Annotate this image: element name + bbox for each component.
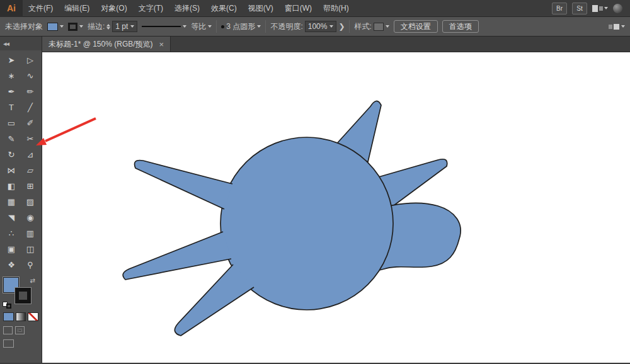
fill-color-dropdown[interactable] — [47, 23, 64, 31]
tool-slice[interactable]: ◫ — [21, 241, 40, 256]
stroke-color-swatch[interactable] — [68, 23, 77, 31]
draw-normal-mode-button[interactable] — [3, 326, 13, 334]
tool-eyedropper[interactable]: ◥ — [2, 210, 21, 225]
color-mode-button[interactable] — [3, 312, 14, 321]
lasso-icon: ∿ — [27, 71, 34, 81]
type-icon: T — [9, 103, 14, 112]
chevron-down-icon — [183, 25, 186, 28]
menu-edit[interactable]: 编辑(E) — [59, 0, 95, 17]
document-tab[interactable]: 未标题-1* @ 150% (RGB/预览) × — [42, 37, 171, 52]
brush-value: 3 点圆形 — [226, 21, 255, 32]
mesh-icon: ▦ — [8, 197, 15, 207]
gradient-icon: ▨ — [26, 197, 34, 207]
scissors-icon: ✂ — [27, 134, 34, 144]
tool-shape-builder[interactable]: ◧ — [2, 178, 21, 193]
artboard-icon: ▣ — [8, 244, 15, 254]
stroke-weight-value[interactable]: 1 pt — [112, 21, 137, 32]
tool-pen[interactable]: ✒ — [2, 84, 21, 99]
brush-dropdown[interactable]: 3 点圆形 — [221, 21, 261, 32]
workspace-layout-icon[interactable] — [592, 5, 608, 12]
gradient-mode-button[interactable] — [16, 312, 26, 321]
chevron-down-icon — [604, 7, 608, 9]
menu-type[interactable]: 文字(T) — [133, 0, 169, 17]
artwork-shape[interactable] — [42, 52, 629, 362]
style-swatch[interactable] — [374, 23, 384, 31]
tool-magic-wand[interactable]: ∗ — [2, 68, 21, 83]
tool-perspective-grid[interactable]: ⊞ — [21, 178, 40, 193]
document-area: 未标题-1* @ 150% (RGB/预览) × — [42, 37, 630, 363]
tool-selection[interactable]: ➤ — [2, 52, 21, 67]
swap-fill-stroke-icon[interactable]: ⇄ — [30, 277, 35, 284]
tool-column-graph[interactable]: ▥ — [21, 225, 40, 241]
control-panel-menu[interactable] — [609, 24, 625, 30]
tool-rectangle[interactable]: ▭ — [2, 115, 21, 130]
document-tab-bar: 未标题-1* @ 150% (RGB/预览) × — [42, 37, 630, 52]
tool-free-transform[interactable]: ▱ — [21, 162, 40, 178]
stroke-style-dropdown[interactable] — [142, 25, 186, 28]
fill-stroke-indicator: ⇄ — [3, 277, 39, 309]
none-mode-button[interactable] — [28, 312, 38, 321]
fill-color-swatch[interactable] — [47, 23, 58, 31]
opacity-label: 不透明度: — [270, 21, 302, 32]
zoom-icon: ⚲ — [27, 260, 33, 270]
width-profile-dropdown[interactable]: 等比 — [191, 21, 212, 32]
tool-line-segment[interactable]: ╱ — [21, 100, 40, 115]
tool-artboard[interactable]: ▣ — [2, 241, 21, 256]
tool-width[interactable]: ⋈ — [2, 162, 21, 178]
tool-zoom[interactable]: ⚲ — [21, 257, 40, 272]
opacity-value-dropdown[interactable]: 100% — [305, 21, 337, 32]
curvature-icon: ✏ — [27, 87, 34, 96]
chevron-down-icon — [329, 25, 333, 28]
tool-scissors[interactable]: ✂ — [21, 131, 40, 146]
draw-behind-mode-button[interactable] — [15, 326, 25, 334]
tools-grid: ➤ ▷ ∗ ∿ ✒ ✏ T ╱ ▭ ✐ ✎ ✂ ↻ ⊿ ⋈ ▱ ◧ ⊞ ▦ ▨ … — [0, 50, 42, 272]
more-options-chevron[interactable]: ❯ — [338, 22, 345, 31]
menu-effect[interactable]: 效果(C) — [205, 0, 243, 17]
tool-symbol-sprayer[interactable]: ∴ — [2, 225, 21, 241]
bridge-button[interactable]: Br — [552, 3, 567, 14]
separator — [265, 20, 266, 33]
slice-icon: ◫ — [26, 244, 34, 254]
selection-status-label: 未选择对象 — [5, 21, 43, 32]
menu-select[interactable]: 选择(S) — [169, 0, 205, 17]
width-profile-value: 等比 — [191, 21, 206, 32]
menu-file[interactable]: 文件(F) — [23, 0, 59, 17]
workspace-sphere-icon[interactable] — [613, 4, 622, 13]
style-label: 样式: — [354, 21, 371, 32]
screen-mode-button[interactable] — [3, 339, 14, 348]
panel-collapse-icon[interactable]: ◂◂ — [3, 40, 9, 48]
tool-type[interactable]: T — [2, 100, 21, 115]
tool-gradient[interactable]: ▨ — [21, 194, 40, 209]
spike-left-lower — [123, 232, 231, 280]
tool-rotate[interactable]: ↻ — [2, 147, 21, 162]
paintbrush-icon: ✐ — [27, 118, 34, 128]
spike-bottom — [175, 264, 254, 336]
tool-direct-selection[interactable]: ▷ — [21, 52, 40, 67]
menu-help[interactable]: 帮助(H) — [318, 0, 355, 17]
tool-lasso[interactable]: ∿ — [21, 68, 40, 83]
document-setup-button[interactable]: 文档设置 — [394, 20, 438, 33]
pencil-icon: ✎ — [8, 134, 15, 144]
artboard-canvas[interactable] — [42, 52, 630, 363]
stroke-color-dropdown[interactable] — [68, 23, 83, 31]
tool-scale[interactable]: ⊿ — [21, 147, 40, 162]
tool-curvature[interactable]: ✏ — [21, 84, 40, 99]
tool-blend[interactable]: ◉ — [21, 210, 40, 225]
menu-window[interactable]: 窗口(W) — [279, 0, 318, 17]
document-tab-title: 未标题-1* @ 150% (RGB/预览) — [49, 39, 153, 50]
separator — [216, 20, 217, 33]
tool-pencil[interactable]: ✎ — [2, 131, 21, 146]
stock-button[interactable]: St — [572, 3, 587, 14]
chevron-down-icon — [208, 25, 212, 28]
tool-hand[interactable]: ❖ — [2, 257, 21, 272]
stroke-indicator-swatch[interactable] — [15, 288, 31, 304]
default-fill-stroke-icon[interactable] — [3, 302, 11, 309]
close-icon[interactable]: × — [159, 40, 164, 49]
menu-object[interactable]: 对象(O) — [95, 0, 132, 17]
tool-paintbrush[interactable]: ✐ — [21, 115, 40, 130]
stroke-weight-stepper[interactable] — [106, 24, 110, 30]
preferences-button[interactable]: 首选项 — [442, 20, 479, 33]
tools-panel: ◂◂ ➤ ▷ ∗ ∿ ✒ ✏ T ╱ ▭ ✐ ✎ ✂ ↻ ⊿ ⋈ ▱ ◧ ⊞ ▦… — [0, 37, 42, 363]
menu-view[interactable]: 视图(V) — [243, 0, 279, 17]
tool-mesh[interactable]: ▦ — [2, 194, 21, 209]
